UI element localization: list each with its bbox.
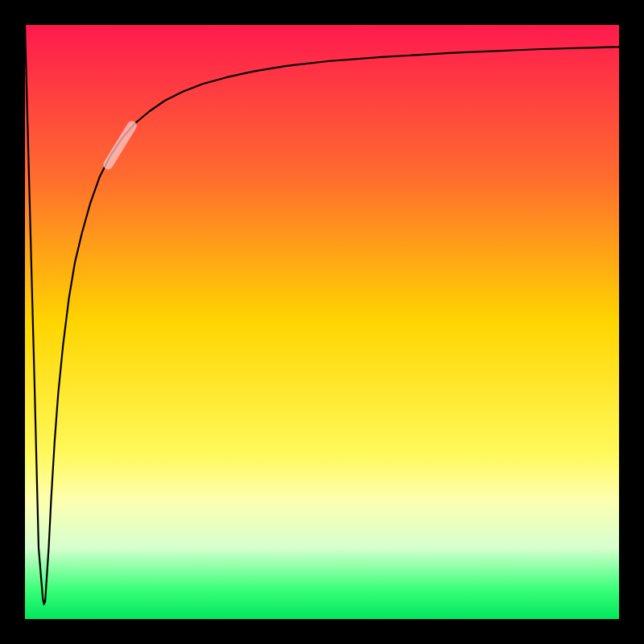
chart-container: TheBottleneck.com (0, 0, 644, 644)
bottleneck-chart (0, 0, 644, 644)
gradient-background (25, 25, 619, 619)
